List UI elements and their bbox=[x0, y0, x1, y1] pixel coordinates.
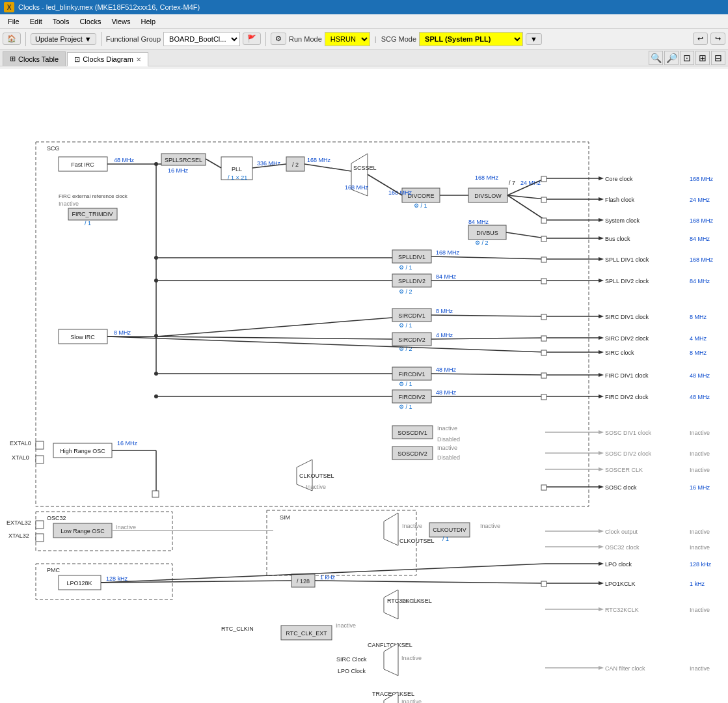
divbus-div: ⚙ / 2 bbox=[475, 240, 489, 246]
clkoutsel-label: CLKOUTSEL bbox=[299, 473, 334, 479]
low-range-osc-label: Low Range OSC bbox=[61, 528, 105, 534]
menu-clocks[interactable]: Clocks bbox=[74, 16, 106, 27]
tab-clocks-table-label: Clocks Table bbox=[18, 55, 59, 63]
hrosc-conn[interactable] bbox=[152, 491, 159, 497]
flag-button[interactable]: 🚩 bbox=[243, 33, 261, 45]
zoom-out-button[interactable]: 🔎 bbox=[664, 51, 679, 65]
firc-trimdiv-div: / 1 bbox=[85, 220, 91, 227]
out-sq-3 bbox=[541, 218, 546, 223]
sosc-div2-inactive: Inactive bbox=[690, 450, 710, 457]
extal0-pin[interactable] bbox=[36, 441, 44, 449]
dropdown-button[interactable]: ▼ bbox=[526, 33, 542, 45]
undo-button[interactable]: ↩ bbox=[693, 33, 708, 45]
pmc-label: PMC bbox=[47, 567, 61, 573]
sircdiv2-arrow bbox=[599, 336, 604, 340]
fit-page-button[interactable]: ⊞ bbox=[695, 51, 710, 65]
lpo1kclk-label: LPO1KCLK bbox=[605, 581, 636, 587]
trace-inactive: Inactive bbox=[401, 698, 422, 703]
firc-div2-freq: 48 MHz bbox=[690, 394, 710, 400]
junction-spll1 bbox=[154, 256, 158, 260]
soscer-arrow bbox=[599, 467, 604, 471]
splldiv2-div: ⚙ / 2 bbox=[399, 288, 412, 295]
tab-clocks-diagram-label: Clocks Diagram bbox=[83, 55, 133, 63]
fircdiv2-label: FIRCDIV2 bbox=[398, 394, 425, 400]
menubar: File Edit Tools Clocks Views Help bbox=[0, 14, 728, 29]
osc32-label: OSC32 bbox=[47, 515, 66, 521]
clkoutdiv-inactive: Inactive bbox=[480, 523, 500, 529]
firc-trimdiv-label: FIRC_TRIMDIV bbox=[72, 211, 113, 217]
scg-mode-label: SCG Mode bbox=[381, 35, 416, 43]
rtc32kclksel-inactive: Inactive bbox=[401, 598, 422, 604]
zoom-in-button[interactable]: 🔍 bbox=[649, 51, 663, 65]
xtal32-pin[interactable] bbox=[36, 534, 44, 542]
firc-div1-label: FIRC DIV1 clock bbox=[605, 372, 649, 379]
fircdiv2-out: 48 MHz bbox=[436, 389, 457, 396]
diagram-area[interactable]: SCG OSC32 PMC SIM Fast IRC 48 MHz Slow I… bbox=[0, 69, 728, 703]
fit-width-button[interactable]: ⊡ bbox=[680, 51, 694, 65]
home-button[interactable]: 🏠 bbox=[3, 33, 21, 45]
extal32-pin[interactable] bbox=[36, 521, 44, 529]
menu-edit[interactable]: Edit bbox=[25, 16, 47, 27]
update-project-arrow: ▼ bbox=[85, 35, 92, 43]
disabled-2: Disabled bbox=[437, 454, 460, 461]
lpo-clock-freq: 128 kHz bbox=[690, 561, 712, 568]
out-sq-8 bbox=[541, 336, 546, 341]
tab-clocks-table-icon: ⊞ bbox=[10, 55, 16, 63]
scssel-168mhz: 168 MHz bbox=[345, 184, 369, 191]
soscdiv1-label: SOSCDIV1 bbox=[398, 430, 427, 436]
actual-size-button[interactable]: ⊟ bbox=[711, 51, 725, 65]
out-sq-13 bbox=[541, 581, 546, 586]
divslow-label: DIVSLOW bbox=[474, 193, 502, 199]
firc-div2-label: FIRC DIV2 clock bbox=[605, 394, 649, 400]
1khz-label: 1 kHz bbox=[320, 574, 336, 581]
osc32-clock-label: OSC32 clock bbox=[605, 544, 640, 551]
lpo-arrow bbox=[599, 562, 604, 566]
menu-views[interactable]: Views bbox=[106, 16, 135, 27]
titlebar: X Clocks - led_blinky.mex (MKE18F512xxx1… bbox=[0, 0, 728, 14]
tab-clocks-diagram[interactable]: ⊡ Clocks Diagram ✕ bbox=[67, 52, 148, 66]
spll-div1-label: SPLL DIV1 clock bbox=[605, 256, 649, 263]
extal32-label: EXTAL32 bbox=[7, 519, 31, 526]
update-project-button[interactable]: Update Project ▼ bbox=[31, 33, 96, 45]
sircdiv1-out: 8 MHz bbox=[436, 308, 453, 314]
zoom-controls: 🔍 🔎 ⊡ ⊞ ⊟ bbox=[649, 51, 725, 65]
run-mode-label: Run Mode bbox=[289, 35, 322, 43]
menu-help[interactable]: Help bbox=[136, 16, 161, 27]
sircdiv1-to-out bbox=[431, 315, 545, 316]
div128-to-lpo1k bbox=[315, 581, 545, 583]
clkoutdiv-div: / 1 bbox=[442, 536, 449, 542]
splldiv1-div: ⚙ / 1 bbox=[399, 264, 412, 271]
menu-file[interactable]: File bbox=[3, 16, 25, 27]
sirc-clock-label: SIRC clock bbox=[605, 350, 634, 356]
spll-div2-freq: 84 MHz bbox=[690, 278, 710, 284]
scg-mode-select[interactable]: SPLL (System PLL) bbox=[419, 32, 523, 46]
flash-clock-label: Flash clock bbox=[605, 197, 635, 203]
disabled-1: Disabled bbox=[437, 436, 460, 443]
xtal0-pin[interactable] bbox=[36, 456, 44, 463]
can-filter-arrow bbox=[599, 666, 604, 670]
sosc-div2-label: SOSC DIV2 clock bbox=[605, 450, 652, 457]
core-arrow bbox=[599, 176, 604, 180]
system-clock-label: System clock bbox=[605, 217, 640, 224]
out-sq-12 bbox=[541, 485, 546, 490]
rtc32kclksel-mux[interactable] bbox=[384, 590, 398, 619]
tab-close-icon[interactable]: ✕ bbox=[136, 56, 141, 63]
fircdiv1-arrow bbox=[599, 373, 604, 377]
rtc-clkin-label: RTC_CLKIN bbox=[221, 626, 254, 632]
divcore-div: ⚙ / 1 bbox=[414, 202, 427, 209]
rtc32kclk-inactive: Inactive bbox=[690, 607, 710, 613]
sim-clkoutsel-mux[interactable] bbox=[384, 513, 398, 545]
redo-button[interactable]: ↪ bbox=[710, 33, 725, 45]
firc-div1-freq: 48 MHz bbox=[690, 372, 710, 379]
extal0-label: EXTAL0 bbox=[10, 440, 31, 447]
menu-tools[interactable]: Tools bbox=[47, 16, 75, 27]
functional-group-select[interactable]: BOARD_BootCl... bbox=[163, 32, 240, 46]
out-sq-11 bbox=[541, 394, 546, 400]
config-button[interactable]: ⚙ bbox=[271, 33, 286, 45]
xtal32-label: XTAL32 bbox=[8, 532, 29, 539]
tabs-bar: ⊞ Clocks Table ⊡ Clocks Diagram ✕ bbox=[0, 49, 728, 66]
tab-clocks-table[interactable]: ⊞ Clocks Table bbox=[3, 51, 66, 66]
sirc-clock-freq: 8 MHz bbox=[690, 350, 707, 356]
run-mode-select[interactable]: HSRUN bbox=[325, 32, 370, 46]
soscer-label: SOSCER CLK bbox=[605, 467, 643, 473]
